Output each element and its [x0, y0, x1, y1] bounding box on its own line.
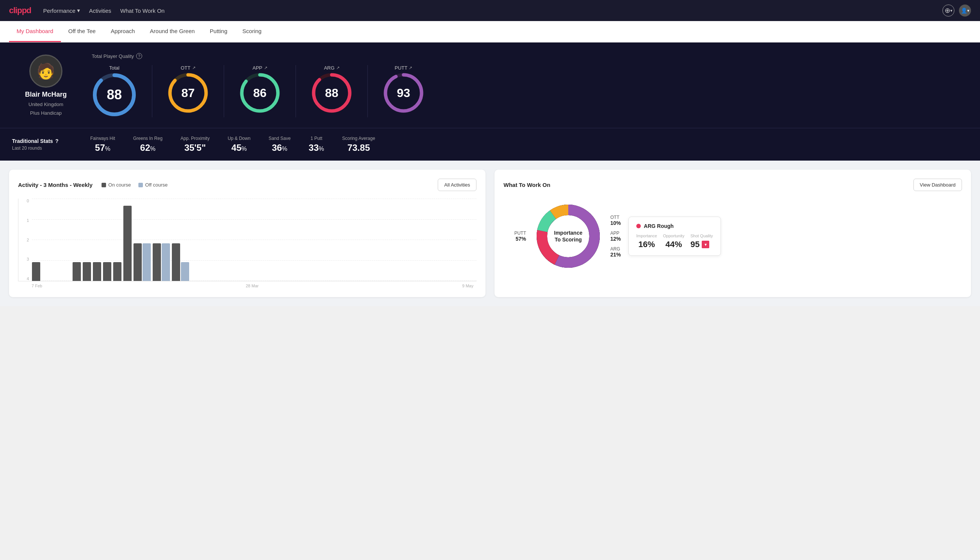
info-card-title: ARG Rough	[636, 223, 713, 229]
ring-app: 86	[239, 72, 281, 113]
arg-label-area: ARG 21%	[611, 246, 621, 258]
stat-value: 45%	[228, 143, 250, 153]
stat-item: Sand Save 36%	[268, 136, 291, 153]
ring-total: 88	[92, 72, 137, 117]
stat-name: 1 Putt	[309, 136, 324, 141]
bottom-panels: Activity - 3 Months - Weekly On course O…	[0, 161, 980, 306]
all-activities-button[interactable]: All Activities	[438, 178, 476, 191]
tab-putting[interactable]: Putting	[202, 21, 235, 42]
metric-importance: Importance 16%	[636, 233, 657, 249]
score-item-arg: ARG↗ 88	[296, 65, 368, 117]
ring-arg: 88	[311, 72, 353, 113]
stat-name: Greens In Reg	[133, 136, 163, 141]
legend-dot-offcourse	[138, 183, 143, 187]
bar-oncourse	[83, 262, 91, 281]
player-name: Blair McHarg	[25, 91, 67, 98]
score-item-ott: OTT↗ 87	[152, 65, 224, 117]
score-label-arg: ARG↗	[324, 65, 339, 71]
stat-name: App. Proximity	[181, 136, 210, 141]
stat-value: 35'5"	[181, 143, 210, 153]
metric-opportunity: Opportunity 44%	[663, 233, 684, 249]
bar-group	[73, 262, 81, 281]
bar-oncourse	[73, 262, 81, 281]
nav-what-to-work-on[interactable]: What To Work On	[120, 7, 165, 14]
chevron-down-icon: ▾	[950, 8, 953, 13]
ott-label-area: OTT 10%	[611, 215, 621, 226]
info-card-dot	[636, 224, 641, 228]
stat-name: Up & Down	[228, 136, 250, 141]
legend-dot-oncourse	[101, 183, 106, 187]
wtwo-panel-header: What To Work On View Dashboard	[504, 178, 962, 191]
scores-label: Total Player Quality ?	[92, 53, 968, 59]
player-card: 🧑 Blair McHarg United Kingdom Plus Handi…	[12, 55, 80, 116]
stat-name: Sand Save	[268, 136, 291, 141]
x-axis-labels: 7 Feb 28 Mar 9 May	[18, 281, 476, 288]
tab-around-the-green[interactable]: Around the Green	[143, 21, 202, 42]
nav-activities[interactable]: Activities	[89, 7, 111, 14]
score-label-putt: PUTT↗	[395, 65, 413, 71]
bar-group	[103, 262, 111, 281]
metric-shot-quality: Shot Quality 95 ▼	[690, 233, 713, 249]
ring-value-ott: 87	[181, 86, 195, 100]
ring-value-total: 88	[107, 87, 122, 103]
user-icon: 👤	[961, 8, 967, 13]
player-country: United Kingdom	[28, 102, 63, 107]
help-icon[interactable]: ?	[136, 53, 142, 59]
activity-panel-header: Activity - 3 Months - Weekly On course O…	[18, 178, 476, 191]
nav-performance[interactable]: Performance ▾	[43, 7, 80, 14]
score-item-putt: PUTT↗ 93	[368, 65, 439, 117]
stat-value: 73.85	[342, 143, 375, 153]
tab-my-dashboard[interactable]: My Dashboard	[9, 21, 61, 42]
subtabs: My Dashboard Off the Tee Approach Around…	[0, 21, 980, 42]
bar-group	[83, 262, 91, 281]
score-item-app: APP↗ 86	[224, 65, 296, 117]
stats-title: Traditional Stats ?	[12, 138, 72, 144]
stat-value: 57%	[90, 143, 115, 153]
bar-offcourse	[162, 243, 170, 281]
score-rings: Total 88 OTT↗ 87 APP↗	[92, 65, 968, 117]
stat-item: Scoring Average 73.85	[342, 136, 375, 153]
legend-oncourse: On course	[101, 182, 131, 188]
bar-oncourse	[113, 262, 121, 281]
bar-oncourse	[153, 243, 161, 281]
user-avatar-button[interactable]: 👤 ▾	[959, 5, 971, 17]
help-icon-stats[interactable]: ?	[55, 138, 59, 144]
app-logo: clippd	[9, 6, 31, 15]
tab-off-the-tee[interactable]: Off the Tee	[61, 21, 103, 42]
bar-oncourse	[103, 262, 111, 281]
donut-area: PUTT 57%	[504, 198, 621, 274]
tab-approach[interactable]: Approach	[103, 21, 142, 42]
putt-label: PUTT	[504, 230, 526, 236]
nav-right: ⊕ ▾ 👤 ▾	[942, 5, 971, 17]
score-label-total: Total	[109, 65, 119, 71]
add-button[interactable]: ⊕ ▾	[942, 5, 954, 17]
ring-ott: 87	[167, 72, 209, 113]
stat-value: 33%	[309, 143, 324, 153]
bar-group	[153, 243, 170, 281]
opportunity-value: 44%	[663, 240, 684, 249]
bar-oncourse	[123, 206, 131, 281]
score-item-total: Total 88	[92, 65, 152, 117]
activity-chart-title: Activity - 3 Months - Weekly	[18, 182, 93, 188]
putt-value: 57%	[504, 236, 526, 242]
hero-section: 🧑 Blair McHarg United Kingdom Plus Handi…	[0, 42, 980, 128]
ring-value-putt: 93	[397, 86, 410, 100]
bar-oncourse	[172, 243, 180, 281]
info-metrics: Importance 16% Opportunity 44% Shot Qual…	[636, 233, 713, 249]
chevron-down-icon: ▾	[77, 7, 80, 14]
bar-group	[133, 243, 151, 281]
flag-icon: ▼	[702, 241, 709, 248]
y-axis-labels: 4 3 2 1 0	[18, 198, 29, 281]
view-dashboard-button[interactable]: View Dashboard	[913, 178, 962, 191]
bars-wrapper	[32, 198, 473, 281]
bar-group	[172, 243, 189, 281]
stat-item: App. Proximity 35'5"	[181, 136, 210, 153]
nav-links: Performance ▾ Activities What To Work On	[43, 7, 930, 14]
bar-group	[32, 262, 40, 281]
tab-scoring[interactable]: Scoring	[235, 21, 269, 42]
activity-panel: Activity - 3 Months - Weekly On course O…	[9, 170, 486, 297]
bar-group	[93, 262, 101, 281]
putt-label-area: PUTT 57%	[504, 230, 526, 242]
chart-legend: On course Off course	[101, 182, 168, 188]
stat-item: Up & Down 45%	[228, 136, 250, 153]
